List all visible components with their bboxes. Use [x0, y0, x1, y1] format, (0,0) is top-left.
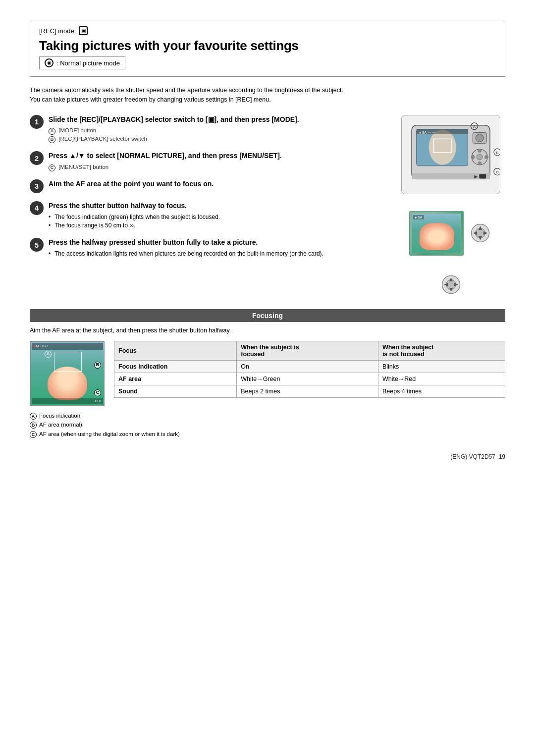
step-2-content: Press ▲/▼ to select [NORMAL PICTURE], an… — [49, 151, 386, 171]
subtitle-box: ◉ : Normal picture mode — [39, 56, 125, 69]
legend-item-c: C AF area (when using the digital zoom o… — [30, 430, 505, 438]
focus-row-1-focused: On — [237, 360, 378, 373]
focus-row-3-label: Sound — [114, 385, 237, 397]
legend-icon-a: A — [30, 413, 37, 420]
step-2-title: Press ▲/▼ to select [NORMAL PICTURE], an… — [49, 151, 386, 161]
svg-point-10 — [478, 149, 482, 153]
focusing-intro: Aim the AF area at the subject, and then… — [30, 327, 505, 334]
normal-pic-icon: ◉ — [45, 58, 54, 67]
step-1-content: Slide the [REC]/[PLAYBACK] selector swit… — [49, 115, 386, 144]
camera-diagram: ● SA ▫▫▫ ▫▫▫ — [401, 115, 500, 194]
page-number: 19 — [499, 453, 505, 460]
step-4-bullet-1: The focus indication (green) lights when… — [49, 213, 386, 221]
focus-row-1: Focus indication On Blinks — [114, 360, 505, 373]
header-box: [REC] mode: ▣ Taking pictures with your … — [30, 20, 505, 77]
focus-row-3: Sound Beeps 2 times Beeps 4 times — [114, 385, 505, 397]
focus-table: Focus When the subject isfocused When th… — [114, 341, 505, 398]
step-5: 5 Press the halfway pressed shutter butt… — [30, 238, 386, 258]
legend-text-a: Focus indication — [39, 411, 80, 420]
step-4-content: Press the shutter button halfway to focu… — [49, 201, 386, 230]
focus-row-2-focused: White→Green — [237, 373, 378, 385]
intro-line2: You can take pictures with greater freed… — [30, 95, 505, 105]
photo-step4: ● SA — [409, 211, 464, 256]
svg-text:● SA ▫▫▫ ▫▫▫: ● SA ▫▫▫ ▫▫▫ — [419, 130, 435, 134]
step-1-sub-b: B [REC]/[PLAYBACK] selector switch — [49, 135, 386, 143]
svg-point-14 — [477, 154, 482, 160]
step-3-num: 3 — [30, 179, 44, 193]
step-4-num: 4 — [30, 201, 44, 215]
focus-row-2-not-focused: White→Red — [378, 373, 505, 385]
focusing-header: Focusing — [30, 309, 505, 322]
svg-text:B: B — [496, 150, 498, 155]
intro-text: The camera automatically sets the shutte… — [30, 86, 505, 105]
focus-row-1-label: Focus indication — [114, 360, 237, 373]
step-4-bullet-2: The focus range is 50 cm to ∞. — [49, 221, 386, 230]
focus-row-1-not-focused: Blinks — [378, 360, 505, 373]
step-5-bullets: The access indication lights red when pi… — [49, 250, 386, 258]
scroll-group-step5 — [438, 272, 463, 297]
svg-point-13 — [484, 155, 488, 159]
legend-item-a: A Focus indication — [30, 411, 505, 420]
photo-group-step4: ● SA — [409, 211, 492, 256]
legend-icon-c: C — [30, 431, 37, 438]
rec-mode-line: [REC] mode: ▣ — [39, 26, 496, 35]
legend-text-b: AF area (normal) — [39, 420, 82, 429]
step-1-title: Slide the [REC]/[PLAYBACK] selector swit… — [49, 115, 386, 125]
steps-right: ● SA ▫▫▫ ▫▫▫ — [396, 115, 505, 297]
svg-text:C: C — [496, 170, 499, 174]
step-1: 1 Slide the [REC]/[PLAYBACK] selector sw… — [30, 115, 386, 144]
focus-row-3-not-focused: Beeps 4 times — [378, 385, 505, 397]
focus-col1-header: Focus — [114, 341, 237, 360]
rec-mode-icon: ▣ — [79, 26, 88, 35]
step-5-num: 5 — [30, 238, 44, 252]
svg-rect-15 — [412, 173, 490, 179]
step-1-num: 1 — [30, 115, 44, 129]
subtitle-text: : Normal picture mode — [56, 59, 120, 67]
focus-image: ● M ▫ ISO A B C PL8 — [30, 341, 104, 405]
camera-diagram-group: ● SA ▫▫▫ ▫▫▫ — [401, 115, 500, 194]
focus-row-2: AF area White→Green White→Red — [114, 373, 505, 385]
step-4-title: Press the shutter button halfway to focu… — [49, 201, 386, 211]
svg-point-8 — [476, 134, 483, 142]
step-1-sub-a: A [MODE] button — [49, 126, 386, 135]
step-2-num: 2 — [30, 151, 44, 165]
scroll-icon-step4 — [468, 221, 492, 246]
legend: A Focus indication B AF area (normal) C … — [30, 411, 505, 438]
svg-text:A: A — [473, 124, 476, 129]
focusing-section: Focusing Aim the AF area at the subject,… — [30, 309, 505, 438]
step-4: 4 Press the shutter button halfway to fo… — [30, 201, 386, 230]
step-3-title: Aim the AF area at the point you want to… — [49, 179, 386, 189]
intro-line1: The camera automatically sets the shutte… — [30, 86, 505, 95]
focus-row-2-label: AF area — [114, 373, 237, 385]
step-3: 3 Aim the AF area at the point you want … — [30, 179, 386, 193]
legend-text-c: AF area (when using the digital zoom or … — [39, 430, 180, 438]
footer-code: (ENG) VQT2D57 — [450, 453, 495, 460]
step-5-bullet-1: The access indication lights red when pi… — [49, 250, 386, 258]
svg-point-12 — [471, 155, 475, 159]
scroll-icon-step5 — [438, 272, 463, 297]
focus-table-wrapper: Focus When the subject isfocused When th… — [114, 341, 505, 398]
steps-left: 1 Slide the [REC]/[PLAYBACK] selector sw… — [30, 115, 396, 297]
svg-point-11 — [478, 162, 482, 165]
page-wrapper: [REC] mode: ▣ Taking pictures with your … — [30, 20, 505, 460]
step-3-content: Aim the AF area at the point you want to… — [49, 179, 386, 191]
svg-point-3 — [429, 129, 456, 164]
focus-row-3-focused: Beeps 2 times — [237, 385, 378, 397]
main-title: Taking pictures with your favourite sett… — [39, 38, 496, 54]
step-2: 2 Press ▲/▼ to select [NORMAL PICTURE], … — [30, 151, 386, 171]
svg-rect-17 — [479, 174, 486, 178]
step-5-title: Press the halfway pressed shutter button… — [49, 238, 386, 248]
rec-mode-label: [REC] mode: — [39, 27, 76, 35]
focus-col3-header: When the subjectis not focused — [378, 341, 505, 360]
focus-col2-header: When the subject isfocused — [237, 341, 378, 360]
legend-icon-b: B — [30, 422, 37, 429]
step-5-content: Press the halfway pressed shutter button… — [49, 238, 386, 258]
page-footer: (ENG) VQT2D57 19 — [30, 453, 505, 460]
legend-item-b: B AF area (normal) — [30, 420, 505, 429]
focusing-content: ● M ▫ ISO A B C PL8 — [30, 341, 505, 405]
step-4-bullets: The focus indication (green) lights when… — [49, 213, 386, 230]
steps-area: 1 Slide the [REC]/[PLAYBACK] selector sw… — [30, 115, 505, 297]
step-2-sub-c: C [MENU/SET] button — [49, 163, 386, 171]
